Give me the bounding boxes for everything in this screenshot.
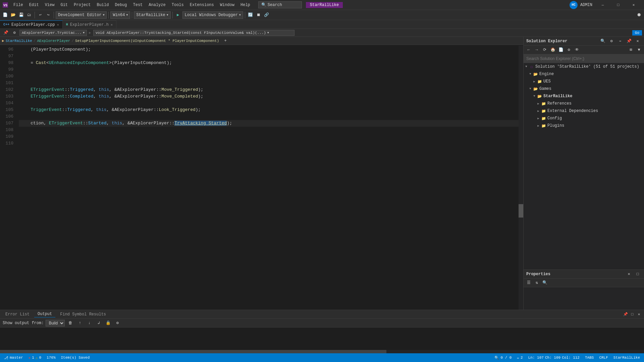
menu-extensions[interactable]: Extensions (187, 2, 217, 8)
se-pin-btn[interactable]: 📌 (625, 38, 633, 45)
menu-test[interactable]: Test (130, 2, 146, 8)
breadcrumb-func[interactable]: SetupPlayerInputComponent(UInputComponen… (75, 39, 219, 43)
settings-btn[interactable]: ⚙ (11, 29, 18, 37)
output-source-dropdown[interactable]: Build (46, 320, 65, 326)
minimize-button[interactable]: — (595, 0, 610, 10)
refresh-btn[interactable]: 🔄 (247, 11, 254, 19)
open-btn[interactable]: 📂 (9, 11, 17, 19)
prop-filter-btn[interactable]: 🔍 (541, 279, 548, 287)
menu-window[interactable]: Window (217, 2, 237, 8)
tab-explorer-h[interactable]: H ExplorerPlayer.h ✕ (63, 20, 116, 28)
menu-debug[interactable]: Debug (112, 2, 129, 8)
menu-help[interactable]: Help (238, 2, 253, 8)
tree-item-external-dependencies[interactable]: ▶📁External Dependencies (524, 107, 644, 115)
se-settings2-btn[interactable]: ▼ (635, 46, 643, 54)
tree-item-config[interactable]: ▶📁Config (524, 115, 644, 122)
debugger-dropdown[interactable]: Local Windows Debugger ▼ (182, 11, 243, 19)
pin-btn[interactable]: 📌 (2, 29, 9, 37)
se-sync-btn[interactable]: ⟳ (541, 46, 548, 54)
se-preview-btn[interactable]: 👁 (573, 46, 581, 54)
breadcrumb-class[interactable]: AExplorerPlayer (37, 39, 70, 43)
bottom-close-btn[interactable]: ✕ (636, 311, 642, 317)
undo-btn[interactable]: ↩ (37, 11, 44, 19)
platform-dropdown[interactable]: Win64 ▼ (110, 11, 130, 19)
errors-indicator[interactable]: ✕ 1 ⚠ 0 (27, 356, 43, 360)
live-share-btn[interactable]: ⬢ (635, 11, 643, 19)
output-prev-btn[interactable]: ↑ (76, 319, 84, 327)
prop-sort-btn[interactable]: ⇅ (533, 279, 540, 287)
prop-expand-btn[interactable]: □ (634, 270, 641, 278)
output-clear-btn[interactable]: 🗑 (67, 319, 74, 327)
se-search-btn[interactable]: 🔍 (599, 38, 606, 45)
prop-list-btn[interactable]: ☰ (525, 279, 532, 287)
menu-build[interactable]: Build (94, 2, 111, 8)
tab-find-symbol[interactable]: Find Symbol Results (57, 311, 109, 317)
se-props-btn[interactable]: ⚙ (565, 46, 573, 54)
encoding[interactable]: CRLF (598, 356, 609, 360)
bottom-expand-btn[interactable]: □ (629, 311, 635, 317)
new-project-btn[interactable]: 📄 (1, 11, 9, 19)
config-dropdown[interactable]: Development Editor ▼ (56, 11, 107, 19)
output-scrollbar[interactable] (0, 350, 644, 353)
menu-edit[interactable]: Edit (26, 2, 42, 8)
tree-item-plugins[interactable]: ▶📁Plugins (524, 122, 644, 129)
close-button[interactable]: ✕ (626, 0, 641, 10)
tree-item-starraillike[interactable]: ▼📂StarRailLike (524, 93, 644, 100)
tree-item-ues[interactable]: ▶📁UES (524, 78, 644, 85)
tab-output[interactable]: Output (34, 311, 55, 317)
output-wrap-btn[interactable]: ↲ (95, 319, 102, 327)
git-branch[interactable]: ⎇ master (3, 356, 24, 360)
se-home-btn[interactable]: 🏠 (549, 46, 556, 54)
se-show-files-btn[interactable]: 📄 (557, 46, 565, 54)
stop-btn[interactable]: ⏹ (255, 11, 262, 19)
tab-explorer-cpp[interactable]: C++ ExplorerPlayer.cpp ✕ (0, 20, 63, 28)
add-member-btn[interactable]: + (222, 37, 229, 45)
code-content[interactable]: (PlayerInputComponent); = Cast<UEnhanced… (19, 46, 523, 310)
se-close-btn[interactable]: ✕ (634, 38, 641, 45)
output-scrollbar-thumb[interactable] (0, 350, 386, 353)
search-box[interactable]: 🔍 Search (258, 1, 302, 8)
line-col[interactable]: Ln: 107 Ch: 109 Col: 112 (527, 356, 581, 360)
menu-git[interactable]: Git (58, 2, 70, 8)
project-dropdown[interactable]: StarRailLike ▼ (134, 11, 170, 19)
run-btn[interactable]: ▶ (174, 11, 182, 19)
scrollbar-thumb[interactable] (519, 204, 523, 218)
se-filter-btn[interactable]: ⚙ (608, 38, 615, 45)
func-dropdown[interactable]: void AExplorerPlayer::TryAttacking_Start… (93, 30, 294, 36)
edit-count[interactable]: ✏ 2 (516, 356, 524, 360)
tree-item-engine[interactable]: ▼📂Engine (524, 70, 644, 78)
menu-file[interactable]: File (11, 2, 26, 8)
maximize-button[interactable]: □ (610, 0, 626, 10)
tab-indicator[interactable]: TABS (584, 356, 595, 360)
tab-error-list[interactable]: Error List (2, 311, 33, 317)
se-collapse-btn[interactable]: – (616, 38, 624, 45)
bottom-pin-btn[interactable]: 📌 (623, 311, 629, 317)
go-button[interactable]: Go (632, 30, 642, 36)
find-results[interactable]: 🔍 0 / 0 (493, 356, 513, 360)
menu-view[interactable]: View (42, 2, 57, 8)
output-lock-btn[interactable]: 🔒 (104, 319, 112, 327)
save-btn[interactable]: 💾 (17, 11, 25, 19)
se-expand-btn[interactable]: ⊞ (627, 46, 635, 54)
output-settings-btn[interactable]: ⚙ (114, 319, 121, 327)
output-next-btn[interactable]: ↓ (86, 319, 93, 327)
prop-close-btn[interactable]: ✕ (625, 270, 633, 278)
menu-tools[interactable]: Tools (169, 2, 186, 8)
menu-analyze[interactable]: Analyze (146, 2, 168, 8)
zoom-level[interactable]: 176% (45, 356, 57, 360)
tree-item-games[interactable]: ▼📂Games (524, 85, 644, 93)
project-indicator[interactable]: StarRailLike (612, 356, 641, 360)
se-search-input[interactable] (524, 54, 644, 63)
tab-h-close[interactable]: ✕ (111, 23, 113, 27)
tree-item-solution-'starraillike'-(51-of-51-projects)[interactable]: ▼◻Solution 'StarRailLike' (51 of 51 proj… (524, 63, 644, 70)
tree-item-references[interactable]: ▶📁References (524, 100, 644, 107)
vertical-scrollbar[interactable] (519, 46, 523, 310)
menu-project[interactable]: Project (71, 2, 93, 8)
tab-cpp-close[interactable]: ✕ (57, 23, 59, 27)
breadcrumb-startraillike[interactable]: StarRailLike (6, 39, 32, 43)
attach-btn[interactable]: 🔗 (263, 11, 270, 19)
save-all-btn[interactable]: 🗂 (25, 11, 33, 19)
redo-btn[interactable]: ↪ (45, 11, 52, 19)
se-back-btn[interactable]: ← (525, 46, 532, 54)
class-dropdown[interactable]: AExplorerPlayer.TryAttac... ▼ (19, 30, 87, 36)
